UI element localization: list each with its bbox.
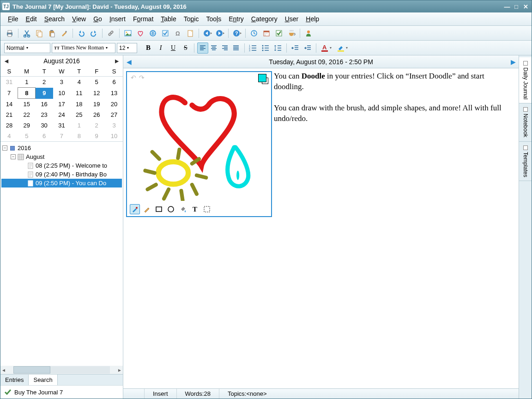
cal-day[interactable]: 27 [105,109,123,120]
cal-day[interactable]: 5 [18,131,36,141]
menu-go[interactable]: Go [91,14,105,24]
cal-day[interactable]: 13 [105,88,123,99]
check-green-button[interactable] [273,28,284,39]
menu-user[interactable]: User [282,14,302,24]
tree-entry[interactable]: 09 (2:50 PM) - You can Do [1,179,122,187]
cal-day[interactable]: 23 [36,109,53,120]
cal-day[interactable]: 30 [36,120,53,131]
cal-day[interactable]: 10 [53,88,71,99]
tab-entries[interactable]: Entries [0,375,29,385]
cal-day[interactable]: 26 [88,109,105,120]
person-button[interactable] [303,28,314,39]
cal-day[interactable]: 31 [0,77,18,88]
brush-button[interactable] [59,28,70,39]
cal-day[interactable]: 11 [70,88,88,99]
help-button[interactable]: ? [231,28,242,39]
link-button[interactable] [105,28,116,39]
menu-tools[interactable]: Tools [203,14,224,24]
paste-button[interactable] [46,28,57,39]
cal-day[interactable]: 1 [70,120,88,131]
collapse-icon[interactable]: − [11,154,16,159]
tree-month[interactable]: − August [1,152,122,161]
doodle-widget[interactable]: ↶ ↷ [126,71,272,217]
tree-entry[interactable]: 08 (2:25 PM) - Welcome to [1,161,122,170]
doodle-circle-tool[interactable] [166,204,176,214]
indent-button[interactable] [302,42,313,54]
doodle-color-swatch[interactable] [258,74,268,84]
cal-day[interactable]: 2 [36,77,53,88]
copy-button[interactable] [34,28,45,39]
doodle-text-tool[interactable]: T [190,204,200,214]
menu-search[interactable]: Search [42,14,67,24]
cal-day[interactable]: 8 [70,131,88,141]
doodle-pencil-tool[interactable] [142,204,152,214]
forward-button[interactable] [214,28,225,39]
doodle-fill-tool[interactable] [178,204,188,214]
cal-day[interactable]: 31 [53,120,71,131]
doodle-undo-button[interactable]: ↶ [131,74,136,81]
check-button[interactable] [160,28,171,39]
editor[interactable]: ↶ ↷ [123,68,519,388]
tree-year[interactable]: − 2016 [1,144,122,152]
cal-day[interactable]: 19 [88,99,105,110]
collapse-icon[interactable]: − [2,145,7,151]
underline-button[interactable]: U [168,42,179,54]
cal-day[interactable]: 2 [88,120,105,131]
globe-button[interactable] [147,28,158,39]
outdent-button[interactable] [290,42,301,54]
align-center-button[interactable] [208,42,219,54]
tab-search[interactable]: Search [29,375,57,385]
cal-day[interactable]: 3 [105,120,123,131]
favorite-button[interactable] [135,28,146,39]
special-char-button[interactable]: Ω [172,28,183,39]
cal-day[interactable]: 8 [18,88,36,99]
cut-button[interactable] [21,28,32,39]
cal-day[interactable]: 22 [18,109,36,120]
doodle-brush-tool[interactable] [130,204,140,214]
menu-category[interactable]: Category [248,14,280,24]
cal-day[interactable]: 4 [70,77,88,88]
menu-entry[interactable]: Entry [226,14,247,24]
cal-day[interactable]: 15 [18,99,36,110]
rtab-notebook[interactable]: Notebook [519,103,532,141]
print-button[interactable] [4,28,15,39]
menu-view[interactable]: View [69,14,89,24]
cal-day[interactable]: 21 [0,109,18,120]
cal-day[interactable]: 1 [18,77,36,88]
rtab-templates[interactable]: Templates [519,142,532,181]
tree-scrollbar[interactable]: ◄► [0,366,123,374]
close-button[interactable]: ✕ [521,3,530,10]
font-size-select[interactable]: 12▾ [117,43,137,53]
next-entry-button[interactable]: ▶ [508,58,519,66]
numbered-list-button[interactable]: 123 [248,42,259,54]
align-justify-button[interactable] [230,42,242,54]
font-select[interactable]: TTTimes New Roman▾ [52,43,115,53]
cal-day[interactable]: 4 [0,131,18,141]
strike-button[interactable]: S [180,42,191,54]
cal-day[interactable]: 25 [70,109,88,120]
menu-file[interactable]: File [5,14,21,24]
cal-day[interactable]: 9 [36,88,53,99]
align-left-button[interactable] [197,42,208,54]
menu-edit[interactable]: Edit [23,14,40,24]
coffee-button[interactable] [286,28,297,39]
cal-day[interactable]: 20 [105,99,123,110]
clock-button[interactable] [248,28,260,39]
cal-prev-button[interactable]: ◄ [3,57,10,65]
buy-link[interactable]: Buy The Journal 7 [0,385,123,399]
cal-day[interactable]: 9 [88,131,105,141]
cal-day[interactable]: 16 [36,99,53,110]
menu-topic[interactable]: Topic [181,14,202,24]
align-right-button[interactable] [219,42,230,54]
line-spacing-button[interactable] [272,42,284,54]
cal-day[interactable]: 12 [88,88,105,99]
cal-day[interactable]: 7 [53,131,71,141]
menu-format[interactable]: Format [130,14,156,24]
cal-day[interactable]: 14 [0,99,18,110]
bullet-list-button[interactable] [260,42,271,54]
cal-day[interactable]: 5 [88,77,105,88]
doodle-redo-button[interactable]: ↷ [139,74,145,81]
doodle-rect-tool[interactable] [154,204,164,214]
cal-day[interactable]: 3 [53,77,71,88]
back-button[interactable] [202,28,213,39]
